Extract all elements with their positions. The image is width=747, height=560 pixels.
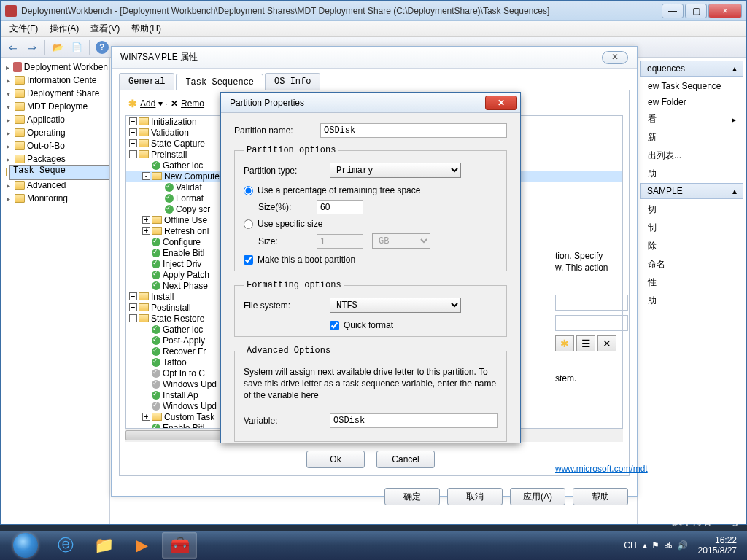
expand-box-icon[interactable]: + (142, 413, 150, 421)
action-props[interactable]: 性 (640, 273, 743, 292)
nav-info[interactable]: Information Cente (27, 75, 96, 85)
help-button[interactable]: ? (94, 39, 110, 55)
action-view[interactable]: 看▸ (640, 110, 743, 128)
size-pct-input[interactable] (317, 200, 363, 214)
help-button[interactable]: 帮助 (573, 488, 628, 505)
taskbar-ie[interactable]: ⓔ (48, 532, 83, 559)
navigation-tree[interactable]: ▸Deployment Workben ▸Information Cente ▾… (1, 58, 110, 524)
separator (89, 40, 90, 55)
tray-icon[interactable]: ▴ (643, 540, 647, 551)
nav-root[interactable]: Deployment Workben (24, 62, 108, 72)
action-copy[interactable]: 制 (640, 219, 743, 237)
expand-icon[interactable]: ▾ (4, 90, 12, 98)
action-help[interactable]: 助 (640, 165, 743, 183)
action-delete[interactable]: 除 (640, 237, 743, 255)
close-button[interactable]: × (708, 4, 742, 18)
maximize-button[interactable]: ▢ (685, 4, 707, 18)
action-refresh[interactable]: 新 (640, 128, 743, 147)
expand-box-icon[interactable]: + (129, 139, 137, 147)
nav-os[interactable]: Operating (27, 128, 66, 138)
quick-format-checkbox[interactable] (330, 321, 339, 330)
nav-mon[interactable]: Monitoring (27, 193, 68, 203)
ime-indicator[interactable]: CH (624, 540, 636, 551)
expand-icon[interactable]: ▸ (4, 77, 12, 85)
ok-button[interactable]: 确定 (384, 488, 440, 505)
export-button[interactable]: 📄 (69, 39, 85, 55)
expand-icon[interactable]: ▸ (4, 182, 12, 190)
nav-shares[interactable]: Deployment Share (27, 88, 99, 98)
filesystem-select[interactable]: NTFS (330, 298, 461, 313)
action-help2[interactable]: 助 (640, 292, 743, 310)
up-button[interactable]: 📂 (50, 39, 66, 55)
partition-type-select[interactable]: Primary (330, 163, 461, 178)
action-export[interactable]: 出列表... (640, 147, 743, 165)
expand-box-icon[interactable]: + (142, 216, 150, 224)
expand-box-icon[interactable]: - (129, 150, 137, 158)
variable-input[interactable] (330, 413, 498, 428)
partition-props-button[interactable]: ☰ (576, 335, 595, 351)
expand-icon[interactable]: ▸ (4, 63, 11, 71)
forward-button[interactable]: ⇒ (24, 39, 40, 55)
expand-box-icon[interactable]: - (129, 314, 137, 322)
clock[interactable]: 16:22 2015/8/27 (694, 535, 741, 556)
expand-box-icon[interactable]: - (142, 172, 150, 180)
expand-icon[interactable]: ▸ (4, 155, 12, 163)
taskbar-media[interactable]: ▶ (124, 532, 159, 559)
tab-os-info[interactable]: OS Info (265, 73, 320, 90)
tab-task-sequence[interactable]: Task Sequence (176, 74, 263, 90)
action-new-ts[interactable]: ew Task Sequence (640, 78, 743, 94)
properties-close-button[interactable]: ✕ (602, 51, 628, 64)
partition-list-field[interactable] (555, 295, 628, 311)
nav-adv[interactable]: Advanced (27, 180, 66, 190)
apply-button[interactable]: 应用(A) (510, 488, 565, 505)
expand-box-icon[interactable]: + (129, 117, 137, 125)
tray-icons[interactable]: ▴ ⚑ 🖧 🔊 (643, 540, 688, 551)
add-link[interactable]: Add (140, 98, 155, 109)
expand-icon[interactable]: ▸ (4, 116, 12, 124)
menu-help[interactable]: 帮助(H) (125, 21, 167, 36)
flag-icon[interactable]: ⚑ (651, 540, 659, 551)
partition-ok-button[interactable]: Ok (306, 451, 365, 468)
expand-box-icon[interactable]: + (129, 128, 137, 136)
new-partition-button[interactable]: ✱ (555, 335, 574, 351)
use-percentage-radio[interactable] (244, 186, 253, 195)
action-rename[interactable]: 命名 (640, 255, 743, 273)
taskbar-workbench[interactable]: 🧰 (162, 532, 197, 559)
menu-action[interactable]: 操作(A) (44, 21, 85, 36)
collapse-icon[interactable]: ▴ (732, 186, 737, 196)
remove-link[interactable]: Remo (181, 98, 204, 109)
expand-box-icon[interactable]: + (129, 292, 137, 300)
tab-general[interactable]: General (119, 73, 174, 90)
network-icon[interactable]: 🖧 (664, 540, 673, 551)
taskbar-explorer[interactable]: 📁 (86, 532, 121, 559)
boot-partition-checkbox[interactable] (244, 255, 253, 265)
menu-file[interactable]: 文件(F) (4, 21, 44, 36)
nav-ts[interactable]: Task Seque (9, 165, 110, 180)
cancel-button[interactable]: 取消 (447, 488, 503, 505)
action-new-folder[interactable]: ew Folder (640, 94, 743, 110)
minimize-button[interactable]: — (662, 4, 684, 18)
combo-field[interactable] (555, 315, 628, 331)
expand-icon[interactable]: ▸ (4, 195, 12, 203)
partition-cancel-button[interactable]: Cancel (376, 451, 435, 468)
back-button[interactable]: ⇐ (5, 39, 21, 55)
volume-icon[interactable]: 🔊 (677, 540, 688, 551)
nav-mdt[interactable]: MDT Deployme (27, 101, 88, 112)
delete-partition-button[interactable]: ✕ (597, 335, 616, 351)
expand-icon[interactable]: ▸ (4, 142, 12, 150)
nav-pkg[interactable]: Packages (27, 154, 66, 164)
mdt-link[interactable]: www.microsoft.com/mdt (555, 464, 648, 474)
nav-apps[interactable]: Applicatio (27, 114, 65, 125)
start-button[interactable] (6, 532, 45, 559)
partition-name-input[interactable] (320, 123, 507, 138)
partition-close-button[interactable]: ✕ (485, 96, 517, 110)
expand-icon[interactable]: ▾ (4, 103, 12, 111)
use-specific-radio[interactable] (244, 219, 253, 229)
action-cut[interactable]: 切 (640, 201, 743, 219)
expand-box-icon[interactable]: + (129, 303, 137, 311)
nav-oob[interactable]: Out-of-Bo (27, 141, 65, 151)
expand-box-icon[interactable]: + (142, 227, 150, 235)
collapse-icon[interactable]: ▴ (732, 63, 737, 74)
menu-view[interactable]: 查看(V) (85, 21, 125, 36)
expand-icon[interactable]: ▸ (4, 129, 12, 137)
